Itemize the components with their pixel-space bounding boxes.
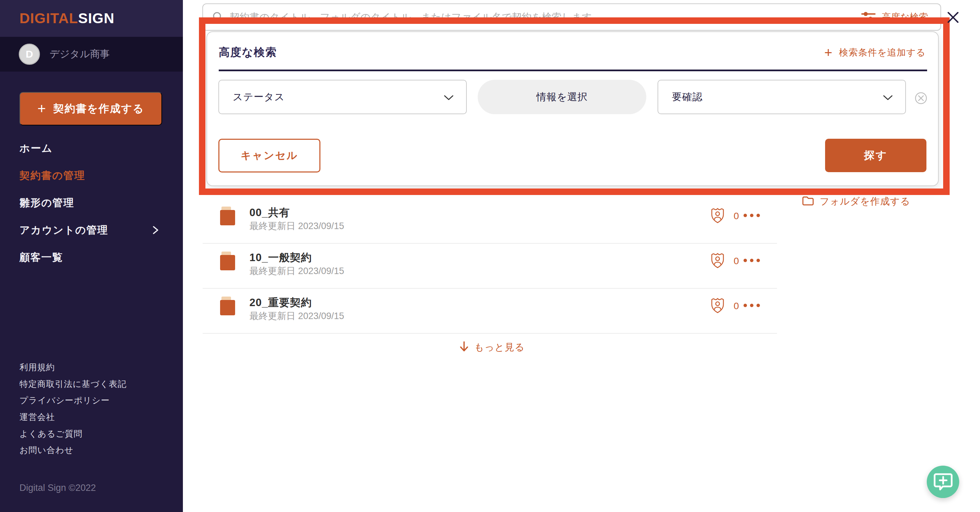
create-folder-label: フォルダを作成する (819, 195, 910, 208)
show-more-label: もっと見る (474, 341, 525, 354)
remove-condition-icon[interactable] (914, 91, 928, 106)
operator-pill[interactable]: 情報を選択 (478, 80, 646, 114)
plus-icon: + (824, 46, 832, 59)
contract-search-bar: 高度な検索 (202, 3, 941, 31)
logo-block: DIGITALSIGN (0, 0, 183, 37)
folder-permissions[interactable]: 0 (710, 297, 739, 315)
search-input[interactable] (230, 11, 861, 23)
link-faq[interactable]: よくあるご質問 (19, 428, 163, 439)
link-label: 特定商取引法に基づく表記 (19, 378, 127, 390)
permission-count: 0 (733, 256, 739, 266)
arrow-down-icon (459, 341, 469, 354)
sidebar-item-template-management[interactable]: 雛形の管理 (19, 195, 163, 211)
chat-fab-button[interactable] (927, 466, 959, 498)
digital-sign-app: DIGITALSIGN D デジタル商事 + 契約書を作成する ホーム 契約書の… (0, 0, 980, 512)
company-name: デジタル商事 (49, 48, 110, 61)
folder-updated: 最終更新日 2023/09/15 (250, 265, 344, 277)
menu-label: アカウントの管理 (19, 223, 108, 237)
avatar: D (19, 44, 40, 65)
menu-label: ホーム (19, 141, 52, 155)
status-field-select[interactable]: ステータス (218, 80, 467, 114)
folder-plus-icon (802, 196, 814, 207)
sidebar: DIGITALSIGN D デジタル商事 + 契約書を作成する ホーム 契約書の… (0, 0, 183, 512)
link-privacy-policy[interactable]: プライバシーポリシー (19, 395, 163, 406)
logo-digital-text: DIGITAL (19, 10, 78, 26)
search-submit-button[interactable]: 探す (825, 139, 926, 172)
sidebar-item-account-management[interactable]: アカウントの管理 (19, 222, 163, 238)
folder-name: 20_重要契約 (250, 296, 312, 310)
filter-sliders-icon (861, 10, 876, 24)
copyright-text: Digital Sign ©2022 (19, 483, 96, 493)
folder-icon (220, 296, 236, 317)
chevron-right-icon (152, 224, 159, 238)
row-divider (203, 243, 777, 244)
menu-label: 雛形の管理 (19, 196, 75, 210)
link-operating-company[interactable]: 運営会社 (19, 411, 163, 423)
folder-row[interactable]: 20_重要契約 最終更新日 2023/09/15 0 (203, 289, 777, 334)
show-more-button[interactable]: もっと見る (459, 341, 525, 354)
link-label: 運営会社 (19, 411, 55, 423)
sidebar-item-customer-list[interactable]: 顧客一覧 (19, 249, 163, 265)
folder-updated: 最終更新日 2023/09/15 (250, 310, 344, 322)
submit-label: 探す (864, 148, 888, 163)
advanced-search-modal: 高度な検索 + 検索条件を追加する ステータス 情報を選択 要確認 キャンセル … (207, 32, 939, 186)
row-menu-icon[interactable] (743, 259, 760, 262)
shield-user-icon (710, 252, 725, 270)
modal-divider (219, 70, 927, 71)
folder-permissions[interactable]: 0 (710, 207, 739, 225)
search-icon (212, 11, 224, 23)
sidebar-item-home[interactable]: ホーム (19, 140, 163, 156)
create-contract-button[interactable]: + 契約書を作成する (19, 92, 162, 125)
row-divider (203, 288, 777, 289)
advanced-search-label: 高度な検索 (882, 11, 928, 23)
link-label: プライバシーポリシー (19, 395, 110, 406)
cancel-label: キャンセル (240, 149, 298, 163)
folder-row[interactable]: 10_一般契約 最終更新日 2023/09/15 0 (203, 244, 777, 289)
modal-title: 高度な検索 (219, 45, 277, 60)
link-contact[interactable]: お問い合わせ (19, 444, 163, 456)
link-terms[interactable]: 利用規約 (19, 361, 163, 373)
create-contract-label: 契約書を作成する (53, 101, 144, 116)
app-logo[interactable]: DIGITALSIGN (19, 10, 115, 27)
add-condition-label: 検索条件を追加する (839, 46, 926, 59)
menu-label: 顧客一覧 (19, 250, 63, 265)
account-strip[interactable]: D デジタル商事 (0, 37, 183, 71)
chevron-down-icon (883, 95, 893, 102)
permission-count: 0 (733, 211, 739, 222)
shield-user-icon (710, 297, 725, 315)
folder-permissions[interactable]: 0 (710, 252, 739, 270)
folder-icon (220, 252, 236, 272)
permission-count: 0 (733, 301, 739, 312)
folder-updated: 最終更新日 2023/09/15 (250, 220, 344, 232)
link-label: よくあるご質問 (19, 428, 83, 439)
row-divider (203, 333, 777, 334)
status-value-select[interactable]: 要確認 (657, 80, 906, 114)
link-label: お問い合わせ (19, 444, 73, 456)
operator-label: 情報を選択 (536, 90, 588, 104)
link-commercial-law[interactable]: 特定商取引法に基づく表記 (19, 378, 163, 390)
shield-user-icon (710, 207, 725, 225)
close-icon[interactable] (945, 10, 961, 25)
sidebar-item-contract-management[interactable]: 契約書の管理 (19, 168, 163, 183)
row-menu-icon[interactable] (743, 214, 760, 217)
chat-plus-icon (933, 472, 953, 492)
status-value: 要確認 (672, 90, 703, 104)
row-menu-icon[interactable] (743, 304, 760, 307)
folder-name: 00_共有 (250, 206, 290, 220)
cancel-button[interactable]: キャンセル (218, 139, 320, 173)
status-field-value: ステータス (233, 90, 285, 104)
folder-icon (220, 206, 236, 227)
chevron-down-icon (444, 95, 454, 102)
menu-label: 契約書の管理 (19, 169, 85, 183)
logo-sign-text: SIGN (78, 10, 115, 26)
plus-icon: + (38, 101, 46, 116)
folder-name: 10_一般契約 (250, 250, 312, 265)
add-search-condition-button[interactable]: + 検索条件を追加する (824, 46, 926, 59)
create-folder-button[interactable]: フォルダを作成する (802, 195, 910, 208)
folder-row[interactable]: 00_共有 最終更新日 2023/09/15 0 (203, 200, 777, 244)
link-label: 利用規約 (19, 362, 55, 373)
advanced-search-toggle[interactable]: 高度な検索 (861, 10, 928, 24)
